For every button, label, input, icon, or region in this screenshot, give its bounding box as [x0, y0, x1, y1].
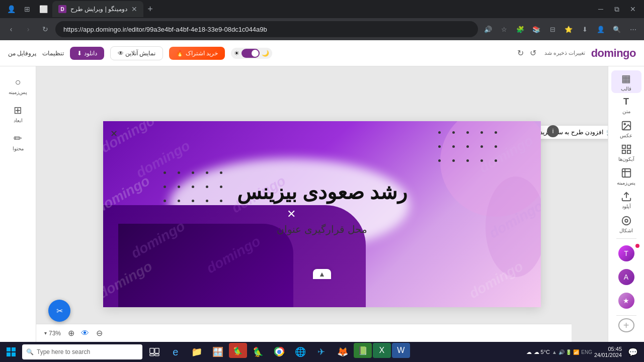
address-input[interactable] — [55, 21, 478, 37]
svg-rect-16 — [150, 354, 154, 355]
svg-rect-4 — [622, 150, 625, 153]
shapes-label: اشکال — [619, 228, 633, 233]
active-tab[interactable]: D دومینگو | ویرایش طرح ✕ — [52, 1, 143, 17]
menu-btn[interactable]: ⋯ — [626, 22, 640, 36]
panel-background[interactable]: پس‌زمینه — [611, 165, 641, 188]
undo-btn[interactable]: ↺ — [528, 46, 538, 60]
panel-upload[interactable]: آپلود — [611, 189, 641, 212]
taskview-btn[interactable] — [144, 343, 165, 361]
browser-toolbar: 🔊 ☆ 🧩 📚 ⊟ ⭐ ⬇ 👤 🔍 ⋯ — [481, 22, 640, 36]
download-btn[interactable]: ⬇ — [578, 22, 592, 36]
panel-ai-translate[interactable]: T — [611, 242, 641, 264]
undo-redo-group: ↺ ↻ — [515, 46, 538, 60]
zoom-out-btn[interactable]: ⊖ — [93, 327, 105, 339]
new-tab-button[interactable]: + — [147, 4, 153, 15]
text-label: متن — [622, 109, 630, 114]
search-placeholder: Type here to search — [37, 348, 90, 355]
app-container: domingo تغییرات ذخیره شد ↺ ↻ 🌙 ☀ خرید اش… — [0, 40, 644, 362]
ai-badge — [635, 244, 639, 248]
canvas-controls-bar: ▾ 73% ⊕ 👁 ⊖ — [36, 324, 572, 342]
panel-shapes[interactable]: اشکال — [611, 213, 641, 235]
canvas-subtitle[interactable]: محل قرارگیری عنوان — [277, 223, 367, 235]
collections-btn[interactable]: 📚 — [529, 22, 543, 36]
firefox-btn[interactable]: 🦊 — [333, 343, 353, 361]
close-btn[interactable]: ✕ — [626, 2, 640, 16]
left-toolbar: ○ پس‌زمینه ⊞ ابعاد ✏ محتوا — [0, 66, 36, 362]
clock[interactable]: 05:45 24/01/2024 — [594, 346, 622, 358]
settings-btn[interactable]: تنظیمات — [42, 50, 64, 57]
floating-action-btn[interactable]: ✂ — [48, 300, 70, 322]
preview-btn[interactable]: نمایش آنلاین 👁 — [110, 46, 164, 60]
panel-toggle-btn[interactable]: ▲ — [313, 269, 331, 279]
profile-btn[interactable]: پروفایل من — [8, 50, 36, 57]
store-btn[interactable]: 🪟 — [208, 343, 228, 361]
panel-image[interactable]: عکس — [611, 118, 641, 140]
tab-label: دومینگو | ویرایش طرح — [70, 6, 127, 13]
telegram-btn[interactable]: ✈ — [311, 343, 332, 361]
panel-text[interactable]: T متن — [611, 94, 641, 117]
dark-mode-toggle[interactable]: 🌙 ☀ — [231, 48, 272, 59]
app1-btn[interactable]: 🦜 — [229, 343, 247, 358]
globe-btn[interactable]: 🌐 — [290, 343, 310, 361]
toggle-thumb — [252, 50, 259, 57]
taskbar-search-box[interactable]: 🔍 Type here to search — [22, 344, 142, 359]
panel-ai-color[interactable]: A — [611, 265, 641, 288]
tab-close-btn[interactable]: ✕ — [131, 5, 137, 13]
dimensions-icon: ⊞ — [14, 104, 22, 116]
tool-content[interactable]: ✏ محتوا — [4, 129, 32, 155]
favorites-star-btn[interactable]: ⭐ — [561, 22, 576, 36]
canvas-main-title[interactable]: رشد صعودی بیزینس — [237, 180, 407, 204]
redo-btn[interactable]: ↻ — [515, 46, 526, 60]
canvas-close-tl[interactable]: ✕ — [110, 128, 118, 139]
canvas-close-center[interactable]: ✕ — [287, 208, 296, 221]
panel-ai-star[interactable]: ★ — [611, 289, 641, 312]
restore-btn[interactable]: ⧉ — [610, 2, 624, 16]
add-panel-btn[interactable]: + — [618, 318, 634, 332]
excel-btn[interactable]: X — [373, 343, 391, 358]
panel-divider-2 — [616, 315, 636, 316]
panel-icons[interactable]: آیکون‌ها — [611, 142, 641, 164]
search-sidebar-btn[interactable]: 🔍 — [610, 22, 624, 36]
upload-label: آپلود — [622, 204, 631, 209]
panel-template[interactable]: ▦ قالب — [611, 70, 641, 93]
app3-btn[interactable]: 📗 — [354, 343, 372, 358]
svg-point-1 — [624, 123, 625, 125]
add-to-cart-btn[interactable]: 🛒 افزودن طرح به سبد خرید — [532, 125, 608, 139]
template-icon: ▦ — [621, 72, 631, 84]
svg-point-19 — [277, 350, 281, 354]
reload-btn[interactable]: ↻ — [38, 22, 52, 36]
subscribe-btn[interactable]: خرید اشتراک 🔥 — [169, 47, 225, 60]
dots-grid-right — [438, 131, 501, 165]
profile-icon-btn[interactable]: 👤 — [594, 22, 608, 36]
canvas-dark-wave — [118, 224, 293, 308]
start-menu-btn[interactable] — [2, 343, 20, 361]
tool-dimensions[interactable]: ⊞ ابعاد — [4, 101, 32, 127]
toggle-track[interactable] — [242, 49, 260, 58]
zoom-in-btn[interactable]: ⊕ — [65, 327, 77, 339]
tool-background[interactable]: ○ پس‌زمینه — [4, 72, 32, 99]
notification-btn[interactable]: 💬 — [624, 343, 642, 361]
canvas-area: 🛒 افزودن طرح به سبد خرید i — [36, 66, 608, 362]
profile-btn[interactable]: 👤 — [4, 2, 18, 16]
extensions-btn[interactable]: 🧩 — [513, 22, 527, 36]
read-aloud-btn[interactable]: 🔊 — [481, 22, 495, 36]
split-btn[interactable]: ⊟ — [545, 22, 559, 36]
chrome-btn[interactable] — [269, 343, 289, 361]
back-btn[interactable]: ‹ — [4, 22, 18, 36]
parrot-btn[interactable]: 🦜 — [248, 343, 268, 361]
edge-btn[interactable]: e — [166, 343, 186, 361]
eye-icon: 👁 — [81, 329, 89, 338]
forward-btn[interactable]: › — [21, 22, 35, 36]
tool-background-label: پس‌زمینه — [9, 89, 27, 95]
favorites-btn[interactable]: ☆ — [497, 22, 511, 36]
background-icon: ○ — [15, 76, 21, 88]
tab-group-btn[interactable]: ⬜ — [36, 2, 50, 16]
svg-rect-3 — [627, 145, 630, 148]
tool-dimensions-label: ابعاد — [14, 118, 23, 123]
info-btn[interactable]: i — [547, 125, 559, 137]
new-tab-btn[interactable]: ⊞ — [20, 2, 34, 16]
word-btn[interactable]: W — [392, 343, 410, 358]
explorer-btn[interactable]: 📁 — [187, 343, 207, 361]
minimize-btn[interactable]: ─ — [594, 2, 608, 16]
download-btn[interactable]: دانلود ⬇ — [70, 47, 104, 60]
